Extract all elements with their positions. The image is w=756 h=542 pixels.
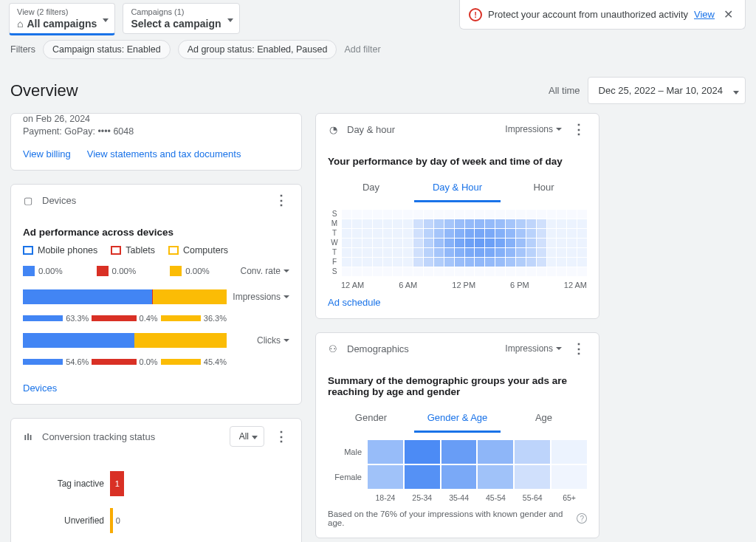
dayhour-tabs: Day Day & Hour Hour bbox=[328, 174, 587, 202]
metric-dropdown[interactable]: Clicks bbox=[227, 335, 289, 346]
chevron-down-icon bbox=[556, 347, 562, 350]
tab-hour[interactable]: Hour bbox=[501, 174, 587, 202]
home-icon: ⌂ bbox=[17, 17, 23, 30]
help-icon[interactable]: ? bbox=[577, 513, 587, 524]
alert-view-link[interactable]: View bbox=[694, 9, 715, 20]
tab-day[interactable]: Day bbox=[328, 174, 414, 202]
view-billing-link[interactable]: View billing bbox=[23, 148, 71, 159]
devices-icon: ▢ bbox=[21, 195, 35, 206]
conversion-card: ılı Conversion tracking status All ⋮ Tag… bbox=[10, 418, 302, 542]
billing-date: on Feb 26, 2024 bbox=[23, 114, 289, 124]
card-menu-icon[interactable]: ⋮ bbox=[569, 121, 588, 137]
metric-dropdown[interactable]: Conv. rate bbox=[227, 266, 289, 276]
filters-label: Filters bbox=[10, 44, 35, 55]
view-selector-caption: View (2 filters) bbox=[17, 7, 97, 17]
billing-payment: Payment: GoPay: •••• 6048 bbox=[23, 126, 289, 137]
card-menu-icon[interactable]: ⋮ bbox=[272, 428, 291, 445]
chevron-down-icon bbox=[556, 128, 562, 131]
metric-dropdown[interactable]: Impressions bbox=[227, 292, 289, 302]
tab-gender-age[interactable]: Gender & Age bbox=[414, 405, 501, 433]
demo-note: Based on the 76% of your impressions wit… bbox=[328, 510, 587, 527]
dayhour-time-axis: 12 AM 6 AM 12 PM 6 PM 12 AM bbox=[341, 281, 587, 289]
demo-metric-dropdown[interactable]: Impressions bbox=[499, 343, 562, 354]
campaign-selector[interactable]: Campaigns (1) Select a campaign bbox=[123, 3, 239, 34]
alert-text: Protect your account from unauthorized a… bbox=[488, 9, 688, 20]
dayhour-heatmap: SMTWTFS bbox=[328, 210, 587, 276]
dayhour-subtitle: Your performance by day of week and time… bbox=[328, 156, 587, 167]
devices-subtitle: Ad performance across devices bbox=[23, 227, 289, 238]
view-selector[interactable]: View (2 filters) ⌂All campaigns bbox=[9, 3, 115, 35]
filter-pill-campaign-status[interactable]: Campaign status: Enabled bbox=[43, 40, 171, 59]
ad-schedule-link[interactable]: Ad schedule bbox=[328, 297, 381, 308]
view-statements-link[interactable]: View statements and tax documents bbox=[87, 148, 241, 159]
conversion-title: Conversion tracking status bbox=[42, 431, 155, 442]
billing-card: on Feb 26, 2024 Payment: GoPay: •••• 604… bbox=[10, 113, 302, 171]
clock-icon: ◔ bbox=[326, 124, 340, 135]
page-title: Overview bbox=[10, 81, 78, 100]
tablet-icon bbox=[111, 246, 121, 255]
filter-pill-adgroup-status[interactable]: Ad group status: Enabled, Paused bbox=[178, 40, 337, 59]
date-caption: All time bbox=[549, 85, 580, 96]
demo-title: Demographics bbox=[347, 343, 409, 354]
devices-legend: Mobile phones Tablets Computers bbox=[23, 245, 289, 255]
computer-icon bbox=[168, 246, 179, 255]
devices-title: Devices bbox=[42, 195, 76, 206]
demo-heatmap: MaleFemale18-2425-3435-4445-5455-6465+ bbox=[328, 440, 587, 502]
phone-icon bbox=[23, 246, 33, 255]
date-range-picker[interactable]: Dec 25, 2022 – Mar 10, 2024 bbox=[588, 77, 746, 104]
chevron-down-icon bbox=[733, 91, 739, 95]
close-icon[interactable]: ✕ bbox=[721, 7, 736, 21]
dayhour-card: ◔ Day & hour Impressions ⋮ Your performa… bbox=[315, 113, 599, 319]
warning-icon: ! bbox=[469, 8, 482, 21]
devices-card: ▢ Devices ⋮ Ad performance across device… bbox=[10, 184, 302, 405]
people-icon: ⚇ bbox=[326, 343, 340, 354]
chevron-down-icon bbox=[227, 18, 233, 22]
bar-chart-icon: ılı bbox=[21, 431, 35, 442]
tab-age[interactable]: Age bbox=[501, 405, 587, 433]
chevron-down-icon bbox=[103, 18, 109, 22]
security-alert: ! Protect your account from unauthorized… bbox=[459, 0, 746, 30]
conv-label: Tag inactive bbox=[23, 478, 104, 489]
card-menu-icon[interactable]: ⋮ bbox=[272, 192, 291, 208]
devices-link[interactable]: Devices bbox=[23, 383, 57, 394]
conv-label: Unverified bbox=[23, 515, 104, 526]
campaign-selector-caption: Campaigns (1) bbox=[131, 7, 221, 17]
demographics-card: ⚇ Demographics Impressions ⋮ Summary of … bbox=[315, 332, 599, 538]
conversion-filter-dropdown[interactable]: All bbox=[230, 426, 264, 447]
chevron-down-icon bbox=[252, 436, 258, 439]
tab-gender[interactable]: Gender bbox=[328, 405, 414, 433]
demo-tabs: Gender Gender & Age Age bbox=[328, 405, 587, 433]
demo-subtitle: Summary of the demographic groups your a… bbox=[328, 375, 587, 397]
dayhour-metric-dropdown[interactable]: Impressions bbox=[499, 124, 562, 134]
dayhour-title: Day & hour bbox=[347, 124, 395, 135]
card-menu-icon[interactable]: ⋮ bbox=[569, 340, 588, 357]
tab-day-hour[interactable]: Day & Hour bbox=[414, 174, 501, 202]
add-filter-button[interactable]: Add filter bbox=[344, 44, 380, 55]
